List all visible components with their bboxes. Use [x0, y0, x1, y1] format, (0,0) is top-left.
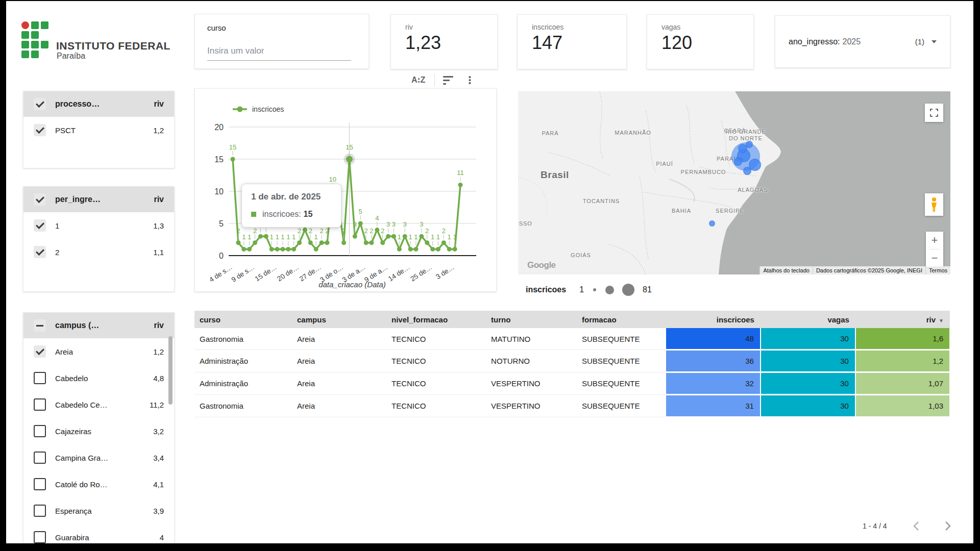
zoom-out-button[interactable]: −	[926, 249, 943, 267]
map-data-bubble[interactable]	[746, 141, 753, 148]
data-point[interactable]	[408, 247, 413, 252]
column-header-turno[interactable]: turno	[486, 311, 577, 328]
data-point[interactable]	[442, 240, 446, 245]
unchecked-checkbox[interactable]	[34, 452, 46, 464]
checked-checkbox[interactable]	[34, 219, 46, 232]
keyboard-shortcuts-link[interactable]: Atalhos do teclado	[760, 266, 813, 274]
checked-checkbox[interactable]	[34, 124, 46, 136]
data-point[interactable]	[413, 247, 418, 252]
data-point[interactable]	[270, 247, 274, 252]
filter-list-item[interactable]: 11,3	[23, 212, 174, 239]
filter-list-item[interactable]: Areia1,2	[23, 338, 174, 365]
checked-checkbox[interactable]	[34, 345, 46, 358]
curso-input[interactable]: Insira um valor	[207, 46, 351, 61]
svg-text:1: 1	[292, 233, 296, 241]
map-data-bubble[interactable]	[709, 220, 715, 227]
select-all-checkbox[interactable]	[34, 98, 46, 110]
fullscreen-icon[interactable]	[925, 104, 943, 122]
data-point[interactable]	[436, 247, 440, 252]
zoom-in-button[interactable]: +	[926, 232, 943, 249]
filter-list-item[interactable]: Cabedelo4,8	[23, 365, 174, 391]
data-point[interactable]	[241, 247, 246, 252]
data-point[interactable]	[258, 234, 263, 239]
data-point[interactable]	[358, 221, 363, 226]
filter-list-item[interactable]: 21,1	[23, 239, 174, 265]
column-header-nivel_formacao[interactable]: nivel_formacao	[386, 311, 486, 328]
filter-list-item[interactable]: Guarabira4	[23, 524, 174, 544]
data-point[interactable]	[231, 157, 235, 162]
data-point[interactable]	[380, 240, 385, 245]
select-all-checkbox[interactable]	[34, 319, 46, 332]
unchecked-checkbox[interactable]	[34, 531, 46, 543]
data-point[interactable]	[314, 247, 318, 252]
column-header-campus[interactable]: campus	[292, 311, 386, 328]
data-point[interactable]	[425, 240, 429, 245]
select-all-checkbox[interactable]	[34, 193, 46, 206]
column-header-vagas[interactable]: vagas	[761, 311, 855, 328]
filter-list-item[interactable]: Catolé do Ro…4,1	[23, 471, 174, 497]
unchecked-checkbox[interactable]	[34, 425, 46, 437]
bubble-map[interactable]: BrasilPARÁMARANHÃOCEARÁRIO GRANDE DO NOR…	[518, 91, 950, 274]
column-header-riv[interactable]: riv▼	[855, 311, 950, 328]
data-point[interactable]	[291, 247, 296, 252]
data-point[interactable]	[391, 234, 396, 239]
next-page-icon[interactable]	[941, 519, 954, 533]
unchecked-checkbox[interactable]	[34, 478, 46, 490]
terms-link[interactable]: Termos	[925, 266, 950, 274]
filter-list-item[interactable]: Cajazeiras3,2	[23, 418, 174, 444]
filter-list-item[interactable]: Esperança3,9	[23, 497, 174, 524]
data-point[interactable]	[297, 240, 302, 245]
data-point[interactable]	[286, 247, 290, 252]
logo-square	[31, 31, 39, 39]
data-point[interactable]	[386, 234, 390, 239]
data-point[interactable]	[364, 240, 369, 245]
ano-ingresso-dropdown[interactable]: ano_ingresso: 2025 (1)	[775, 15, 950, 68]
data-point[interactable]	[447, 247, 452, 252]
data-point[interactable]	[303, 228, 307, 232]
svg-text:1: 1	[408, 233, 412, 241]
data-point[interactable]	[320, 240, 324, 245]
unchecked-checkbox[interactable]	[34, 372, 46, 384]
unchecked-checkbox[interactable]	[34, 398, 46, 411]
cell-campus: Areia	[292, 328, 386, 350]
cell-turno: VESPERTINO	[486, 372, 577, 395]
campus-list-scrollbar[interactable]	[168, 336, 173, 405]
pegman-icon[interactable]	[925, 193, 943, 216]
data-point[interactable]	[236, 240, 240, 245]
data-point[interactable]	[375, 228, 379, 232]
data-point[interactable]	[264, 234, 268, 239]
data-point[interactable]	[458, 183, 462, 187]
cell-curso: Gastronomia	[194, 395, 292, 417]
data-point[interactable]	[308, 240, 313, 245]
map-data-bubble[interactable]	[734, 158, 742, 166]
previous-page-icon[interactable]	[910, 519, 923, 533]
unchecked-checkbox[interactable]	[34, 505, 46, 517]
sort-az-icon[interactable]: A▴▾Z	[411, 76, 425, 85]
data-point[interactable]	[369, 240, 374, 245]
more-options-icon[interactable]: ⋮	[464, 74, 475, 86]
data-point[interactable]	[419, 234, 424, 239]
data-point[interactable]	[453, 247, 457, 252]
data-point[interactable]	[403, 234, 407, 239]
data-point[interactable]	[247, 247, 252, 252]
svg-text:0: 0	[219, 252, 224, 260]
filter-list-item[interactable]: Campina Gra…3,4	[23, 444, 174, 471]
filter-list-item[interactable]: Cabedelo Ce…11,2	[23, 391, 174, 418]
data-point[interactable]	[253, 240, 257, 245]
filter-list-item[interactable]: PSCT1,2	[23, 117, 174, 143]
map-data-bubble[interactable]	[743, 167, 751, 175]
data-point[interactable]	[280, 247, 285, 252]
column-header-formacao[interactable]: formacao	[577, 311, 666, 328]
column-header-curso[interactable]: curso	[194, 311, 292, 328]
curso-filter-label: curso	[207, 23, 226, 32]
cell-nivel_formacao: TECNICO	[386, 350, 486, 372]
data-point[interactable]	[430, 247, 435, 252]
filter-icon[interactable]	[443, 76, 453, 85]
data-point[interactable]	[397, 247, 402, 252]
column-header-inscricoes[interactable]: inscricoes	[666, 311, 761, 328]
data-point[interactable]	[341, 240, 346, 245]
data-point[interactable]	[275, 247, 280, 252]
data-point[interactable]	[353, 234, 357, 239]
checked-checkbox[interactable]	[34, 246, 46, 258]
data-point[interactable]	[325, 240, 329, 245]
